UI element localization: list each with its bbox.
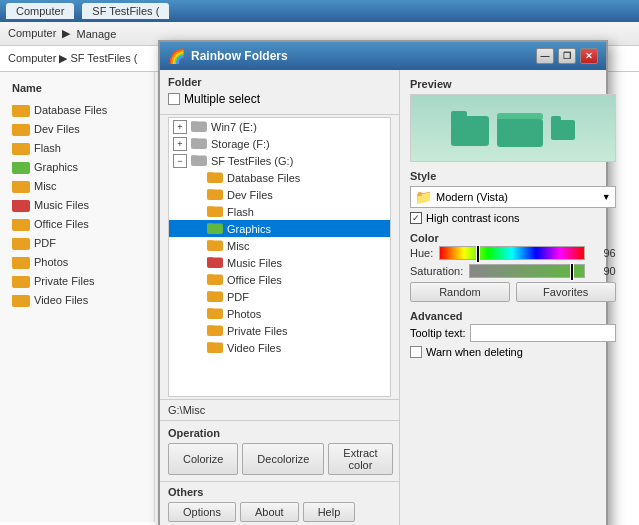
sidebar-item[interactable]: Office Files	[4, 214, 150, 233]
tree-item[interactable]: − SF TestFiles (G:)	[169, 152, 390, 169]
random-button[interactable]: Random	[410, 282, 510, 302]
about-button[interactable]: About	[240, 502, 299, 522]
sidebar-header: Name	[4, 80, 150, 96]
tree-item[interactable]: + Storage (F:)	[169, 135, 390, 152]
tree-folder-icon	[207, 221, 223, 236]
dialog-window-controls: — ❐ ✕	[536, 48, 598, 64]
tree-item-label: Office Files	[227, 274, 282, 286]
tree-folder-icon	[207, 187, 223, 202]
style-label: Style	[410, 170, 616, 182]
sidebar-item[interactable]: Misc	[4, 176, 150, 195]
preview-folder-small	[551, 116, 575, 140]
tree-item[interactable]: Dev Files	[169, 186, 390, 203]
restore-button[interactable]: ❐	[558, 48, 576, 64]
warn-label: Warn when deleting	[426, 346, 523, 358]
svg-rect-32	[12, 295, 19, 298]
color-section: Color Hue: 96 Saturation: 90	[410, 232, 616, 302]
tree-item[interactable]: Photos	[169, 305, 390, 322]
tree-item-label: Dev Files	[227, 189, 273, 201]
svg-rect-59	[207, 258, 213, 261]
explorer-window: Computer ▶ Manage Computer ▶ SF TestFile…	[0, 22, 639, 525]
tree-item-label: Graphics	[227, 223, 271, 235]
sidebar-item[interactable]: Photos	[4, 252, 150, 271]
toolbar-label: Computer ▶	[8, 27, 77, 40]
svg-rect-65	[207, 292, 213, 295]
high-contrast-checkbox[interactable]: ✓	[410, 212, 422, 224]
dialog-title: Rainbow Folders	[191, 49, 288, 63]
sidebar-item[interactable]: Private Files	[4, 271, 150, 290]
tree-item[interactable]: Database Files	[169, 169, 390, 186]
preview-label: Preview	[410, 78, 616, 90]
style-dropdown-arrow: ▼	[602, 192, 611, 202]
warn-row: Warn when deleting	[410, 346, 616, 358]
tree-expander[interactable]: −	[173, 154, 187, 168]
minimize-button[interactable]: —	[536, 48, 554, 64]
tree-item[interactable]: Misc	[169, 237, 390, 254]
help-button[interactable]: Help	[303, 502, 356, 522]
sidebar-item[interactable]: Video Files	[4, 290, 150, 309]
sidebar-item[interactable]: Flash	[4, 138, 150, 157]
tree-item[interactable]: Graphics	[169, 220, 390, 237]
tooltip-input[interactable]	[470, 324, 616, 342]
manage-tab[interactable]: Manage	[77, 28, 117, 40]
tree-item-label: PDF	[227, 291, 249, 303]
svg-rect-62	[207, 275, 213, 278]
style-dropdown[interactable]: 📁 Modern (Vista) ▼	[410, 186, 616, 208]
tree-item[interactable]: Music Files	[169, 254, 390, 271]
style-value: Modern (Vista)	[436, 191, 602, 203]
sidebar-item[interactable]: Music Files	[4, 195, 150, 214]
sidebar-item[interactable]: Database Files	[4, 100, 150, 119]
options-button[interactable]: Options	[168, 502, 236, 522]
tree-expander[interactable]: +	[173, 120, 187, 134]
tree-item-label: Video Files	[227, 342, 281, 354]
svg-rect-5	[12, 124, 19, 127]
tree-item[interactable]: Flash	[169, 203, 390, 220]
explorer-sidebar-list: Database Files Dev Files Flash Graphics …	[4, 100, 150, 309]
others-section: Others Options About Help	[160, 481, 399, 525]
extract-color-button[interactable]: Extract color	[328, 443, 392, 475]
tree-folder-icon	[207, 272, 223, 287]
operation-label: Operation	[168, 427, 391, 439]
tree-expander[interactable]: +	[173, 137, 187, 151]
folder-tree[interactable]: + Win7 (E:)+ Storage (F:)− SF TestFiles …	[168, 117, 391, 397]
saturation-handle[interactable]	[570, 263, 574, 281]
multiple-select-checkbox[interactable]	[168, 93, 180, 105]
preview-section: Preview	[410, 78, 616, 162]
tree-item[interactable]: Private Files	[169, 322, 390, 339]
tree-item[interactable]: + Win7 (E:)	[169, 118, 390, 135]
hue-bar[interactable]	[439, 246, 584, 260]
hue-handle[interactable]	[476, 245, 480, 263]
hue-value: 96	[591, 247, 616, 259]
path-display: G:\Misc	[160, 399, 399, 420]
saturation-bar[interactable]	[469, 264, 584, 278]
taskbar-tab-sf[interactable]: SF TestFiles (	[82, 3, 169, 19]
sidebar-item[interactable]: Graphics	[4, 157, 150, 176]
tree-item[interactable]: Video Files	[169, 339, 390, 356]
svg-rect-29	[12, 276, 19, 279]
multiple-select-label: Multiple select	[184, 92, 260, 106]
tree-item[interactable]: PDF	[169, 288, 390, 305]
tree-folder-icon	[207, 340, 223, 355]
tree-folder-icon	[191, 136, 207, 151]
tooltip-row: Tooltip text:	[410, 324, 616, 342]
sidebar-item[interactable]: Dev Files	[4, 119, 150, 138]
preview-folder-large	[451, 111, 489, 146]
colorize-button[interactable]: Colorize	[168, 443, 238, 475]
svg-rect-50	[207, 207, 213, 210]
taskbar-tab-computer[interactable]: Computer	[6, 3, 74, 19]
tree-item[interactable]: Office Files	[169, 271, 390, 288]
svg-rect-74	[207, 343, 213, 346]
svg-rect-56	[207, 241, 213, 244]
preview-folder-open	[497, 114, 543, 147]
operation-section: Operation Colorize Decolorize Extract co…	[160, 420, 399, 481]
tree-item-label: Misc	[227, 240, 250, 252]
svg-rect-68	[207, 309, 213, 312]
sidebar-item[interactable]: PDF	[4, 233, 150, 252]
color-label: Color	[410, 232, 616, 244]
dialog-titlebar: 🌈 Rainbow Folders — ❐ ✕	[160, 42, 606, 70]
favorites-button[interactable]: Favorites	[516, 282, 616, 302]
decolorize-button[interactable]: Decolorize	[242, 443, 324, 475]
close-button[interactable]: ✕	[580, 48, 598, 64]
tree-item-label: Music Files	[227, 257, 282, 269]
warn-checkbox[interactable]	[410, 346, 422, 358]
